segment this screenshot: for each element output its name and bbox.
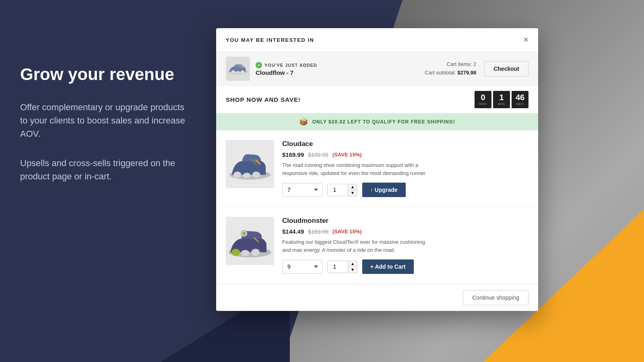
cloudmonster-image <box>226 217 274 265</box>
modal-title: YOU MAY BE INTERESTED IN <box>226 37 314 43</box>
cloudflow-thumbnail <box>226 57 250 81</box>
svg-point-2 <box>236 71 240 74</box>
cart-subtotal: Cart subtotal: $279.98 <box>425 69 476 77</box>
cloudace-price-save: (SAVE 15%) <box>332 152 362 158</box>
shop-now-label: SHOP NOW AND SAVE! <box>226 96 301 103</box>
countdown-minutes: 1 MIN <box>493 91 510 108</box>
continue-shopping-button[interactable]: Continue shopping <box>463 290 528 305</box>
cloudace-details: Cloudace $169.99 $199.99 (SAVE 15%) The … <box>282 140 528 197</box>
modal-header: YOU MAY BE INTERESTED IN × <box>216 28 538 52</box>
svg-point-5 <box>233 172 242 178</box>
cloudace-qty-up[interactable]: ▲ <box>348 184 357 190</box>
modal-footer: Continue shopping <box>216 284 538 311</box>
product-cloudmonster: Cloudmonster $144.49 $169.99 (SAVE 15%) … <box>216 207 538 284</box>
cloudace-description: The road running shoe combining maximum … <box>282 161 435 177</box>
cloudmonster-actions: 6 7 8 9 10 11 12 ▲ ▼ <box>282 259 528 274</box>
main-heading: Grow your revenue <box>20 64 193 84</box>
cloudmonster-size-select[interactable]: 6 7 8 9 10 11 12 <box>282 260 322 274</box>
cloudace-quantity-input[interactable] <box>328 184 348 196</box>
paragraph-2: Upsells and cross-sells triggered on the… <box>20 156 193 183</box>
checkout-button[interactable]: Checkout <box>484 61 528 76</box>
products-area[interactable]: Cloudace $169.99 $199.99 (SAVE 15%) The … <box>216 130 538 284</box>
svg-point-11 <box>251 249 260 256</box>
shop-now-bar: SHOP NOW AND SAVE! 0 HRS 1 MIN 46 SEC <box>216 86 538 113</box>
cloudmonster-quantity-control: ▲ ▼ <box>327 261 357 273</box>
cloudace-image <box>226 140 274 188</box>
cloudace-quantity-control: ▲ ▼ <box>327 184 357 196</box>
svg-point-10 <box>241 250 250 256</box>
cloudmonster-quantity-input[interactable] <box>328 261 348 273</box>
shipping-text: ONLY $20.02 LEFT TO QUALIFY FOR FREE SHI… <box>312 119 456 125</box>
cloudmonster-qty-down[interactable]: ▼ <box>348 267 357 273</box>
added-label: ✓ YOU'VE JUST ADDED <box>256 62 317 68</box>
cloudace-upgrade-button[interactable]: ↑ Upgrade <box>362 183 406 197</box>
cloudmonster-qty-buttons: ▲ ▼ <box>348 261 357 273</box>
cloudace-shoe-svg <box>226 146 274 182</box>
cloudmonster-price-row: $144.49 $169.99 (SAVE 15%) <box>282 228 528 235</box>
cart-items-count: Cart items: 2 <box>425 60 476 69</box>
svg-point-9 <box>231 249 240 256</box>
cloudmonster-add-to-cart-button[interactable]: + Add to Cart <box>362 259 414 274</box>
close-button[interactable]: × <box>523 35 528 44</box>
cloudace-qty-down[interactable]: ▼ <box>348 190 357 196</box>
cloudace-qty-buttons: ▲ ▼ <box>348 184 357 196</box>
product-cloudace: Cloudace $169.99 $199.99 (SAVE 15%) The … <box>216 130 538 207</box>
cart-subtotal-amount: $279.98 <box>457 70 476 76</box>
added-info: ✓ YOU'VE JUST ADDED Cloudflow - 7 <box>256 62 317 76</box>
check-circle-icon: ✓ <box>256 62 262 68</box>
svg-point-6 <box>243 173 251 179</box>
svg-point-13 <box>242 232 246 235</box>
added-product-name: Cloudflow - 7 <box>256 69 317 76</box>
countdown-timer: 0 HRS 1 MIN 46 SEC <box>475 91 528 108</box>
upsell-modal: YOU MAY BE INTERESTED IN × ✓ <box>216 28 538 311</box>
cart-bar-right: Cart items: 2 Cart subtotal: $279.98 Che… <box>425 60 528 77</box>
cloudflow-shoe-image <box>226 61 250 77</box>
cloudace-actions: 6 7 8 9 10 11 12 ▲ ▼ <box>282 183 528 197</box>
shipping-icon: 📦 <box>299 117 308 126</box>
cloudmonster-description: Featuring our biggest CloudTec® ever for… <box>282 238 435 254</box>
cloudmonster-qty-up[interactable]: ▲ <box>348 261 357 267</box>
cloudace-size-select[interactable]: 6 7 8 9 10 11 12 <box>282 183 322 197</box>
cloudmonster-price-current: $144.49 <box>282 228 304 235</box>
svg-point-3 <box>241 70 245 74</box>
cloudmonster-price-save: (SAVE 15%) <box>332 228 362 234</box>
cart-bar: ✓ YOU'VE JUST ADDED Cloudflow - 7 Cart i… <box>216 52 538 86</box>
countdown-hours: 0 HRS <box>475 91 491 108</box>
shipping-banner: 📦 ONLY $20.02 LEFT TO QUALIFY FOR FREE S… <box>216 113 538 130</box>
svg-point-7 <box>252 172 260 178</box>
left-panel: Grow your revenue Offer complementary or… <box>0 0 213 362</box>
cloudace-price-original: $199.99 <box>308 152 328 158</box>
cloudmonster-details: Cloudmonster $144.49 $169.99 (SAVE 15%) … <box>282 217 528 274</box>
cloudmonster-name: Cloudmonster <box>282 217 528 225</box>
cloudmonster-price-original: $169.99 <box>308 228 328 235</box>
cart-summary: Cart items: 2 Cart subtotal: $279.98 <box>425 60 476 77</box>
paragraph-1: Offer complementary or upgrade products … <box>20 101 193 140</box>
cart-bar-left: ✓ YOU'VE JUST ADDED Cloudflow - 7 <box>226 57 317 81</box>
cloudace-price-row: $169.99 $199.99 (SAVE 15%) <box>282 151 528 158</box>
countdown-seconds: 46 SEC <box>512 91 528 108</box>
cloudace-name: Cloudace <box>282 140 528 148</box>
cloudmonster-shoe-svg <box>226 223 274 259</box>
svg-point-1 <box>231 70 235 74</box>
cloudace-price-current: $169.99 <box>282 151 304 158</box>
